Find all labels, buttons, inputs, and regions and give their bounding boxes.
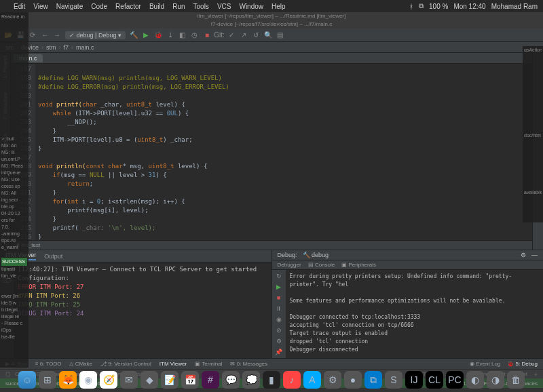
dock-launchpad[interactable]: ⊞ xyxy=(39,371,56,389)
mute-bp-icon[interactable]: ⊘ xyxy=(276,327,282,334)
debug-gutter: ↻ ▶ ■ ⏸ ◉ ⊘ ⚙ 📌 xyxy=(272,270,286,358)
stop-debug-icon[interactable]: ■ xyxy=(277,294,280,301)
code-content[interactable]: #define LOG_WARN(msg) println(msg, LOG_W… xyxy=(35,64,532,240)
dock-intellij[interactable]: IJ xyxy=(405,371,423,389)
dock-messages[interactable]: 💭 xyxy=(242,371,260,389)
stop-icon[interactable]: ■ xyxy=(203,31,211,39)
search-icon[interactable]: 🔍 xyxy=(264,31,272,39)
dock-trash[interactable]: 🗑 xyxy=(507,371,525,389)
dock-firefox[interactable]: 🦊 xyxy=(59,371,77,389)
profile-icon[interactable]: ◷ xyxy=(191,31,199,39)
dock-terminal[interactable]: ▮ xyxy=(263,371,280,389)
bc-stm[interactable]: stm xyxy=(46,44,56,51)
forward-icon[interactable]: → xyxy=(53,31,61,39)
bluetooth-icon[interactable]: ᚼ xyxy=(409,3,413,10)
dock-mail[interactable]: ✉ xyxy=(120,371,138,389)
dock-app2[interactable]: ● xyxy=(344,371,362,389)
itm-output[interactable]: [12:40:27]: ITM Viewer – Connect to TCL … xyxy=(14,262,272,358)
dock-safari[interactable]: 🧭 xyxy=(100,371,117,389)
dock-sublime[interactable]: S xyxy=(385,371,402,389)
dock-finder[interactable]: ☺ xyxy=(18,371,36,389)
code-editor[interactable]: 1971981992002012022032042052062072082092… xyxy=(11,64,532,240)
main-area: 1: Project 7: Structure 2: Favorites mai… xyxy=(0,53,543,250)
dock-pycharm[interactable]: PC xyxy=(446,371,464,389)
attach-icon[interactable]: ⤓ xyxy=(166,31,174,39)
tab-peripherals[interactable]: ▣ Peripherals xyxy=(341,262,376,268)
twb-debug[interactable]: 🐞 5: Debug xyxy=(507,361,538,367)
refresh-icon[interactable]: ⟳ xyxy=(29,31,37,39)
dock-calendar[interactable]: 📅 xyxy=(181,371,199,389)
window-title-front: f7-device [~/repos/f7/src/device/stm] – … xyxy=(0,20,543,28)
macos-dock: ☺ ⊞ 🦊 ◉ 🧭 ✉ ◆ 📝 📅 # 💬 💭 ▮ ♪ A ⚙ ● ⧉ S IJ… xyxy=(0,368,543,392)
hide-icon[interactable]: — xyxy=(531,252,538,258)
twb-vcs[interactable]: ⎇ 9: Version Control xyxy=(100,361,151,367)
menu-refactor[interactable]: Refactor xyxy=(115,3,141,10)
twb-itm[interactable]: ITM Viewer xyxy=(160,361,187,367)
tab-debugger[interactable]: Debugger xyxy=(278,262,301,268)
view-bp-icon[interactable]: ◉ xyxy=(276,316,282,323)
editor: main.c 197198199200201202203204205206207… xyxy=(11,53,532,250)
hammer-icon[interactable]: 🔨 xyxy=(130,31,138,39)
menu-run[interactable]: Run xyxy=(172,3,185,10)
menu-help[interactable]: Help xyxy=(272,3,286,10)
dock-app3[interactable]: ◐ xyxy=(466,371,484,389)
dock-appstore[interactable]: A xyxy=(303,371,321,389)
run-icon[interactable]: ▶ xyxy=(142,31,150,39)
debug-config[interactable]: 🔨 debug xyxy=(303,252,329,258)
menu-window[interactable]: Window xyxy=(239,3,263,10)
editor-tabs: main.c xyxy=(11,53,532,64)
dock-system[interactable]: ⚙ xyxy=(324,371,341,389)
user-name[interactable]: Mohamad Ram xyxy=(491,3,538,10)
git-push-icon[interactable]: ↗ xyxy=(240,31,248,39)
dock-slack[interactable]: # xyxy=(202,371,219,389)
twb-todo[interactable]: ≡ 6: TODO xyxy=(35,361,62,367)
pause-icon[interactable]: ⏸ xyxy=(276,305,282,312)
bottom-panels: ITM Viewer Output ▶ ⌦ [12:40:27]: ITM Vi… xyxy=(0,250,543,358)
menu-build[interactable]: Build xyxy=(149,3,164,10)
dock-chrome[interactable]: ◉ xyxy=(79,371,97,389)
tab-console[interactable]: ▤ Console xyxy=(308,262,335,268)
editor-footer: ⬮ itm_test xyxy=(11,240,532,250)
menu-tools[interactable]: Tools xyxy=(193,3,209,10)
dock-app4[interactable]: ◑ xyxy=(487,371,504,389)
twb-cmake[interactable]: △ CMake xyxy=(69,361,92,367)
settings-icon[interactable]: ⚙ xyxy=(276,338,282,345)
dock-app1[interactable]: ◆ xyxy=(141,371,158,389)
pin-icon[interactable]: 📌 xyxy=(275,349,282,355)
menu-navigate[interactable]: Navigate xyxy=(56,3,83,10)
bc-f7[interactable]: f7 xyxy=(64,44,69,51)
menu-view[interactable]: View xyxy=(33,3,48,10)
menu-vcs[interactable]: VCS xyxy=(217,3,231,10)
debug-header: Debug: 🔨 debug ⚙ — xyxy=(272,250,544,260)
resume-icon[interactable]: ▶ xyxy=(276,283,281,290)
back-window-right: gsAction.j doc/htm available xyxy=(523,46,543,222)
more-icon[interactable]: ▤ xyxy=(276,31,284,39)
rerun-icon[interactable]: ↻ xyxy=(276,273,282,279)
twb-messages[interactable]: ✉ 0: Messages xyxy=(230,361,267,367)
twb-terminal[interactable]: ▣ Terminal xyxy=(195,361,222,367)
dock-music[interactable]: ♪ xyxy=(283,371,301,389)
back-window-left: Readme.m > :builNG: AnNG: Illun.omt.PNG:… xyxy=(0,12,29,368)
bc-file[interactable]: main.c xyxy=(76,44,94,51)
debug-subtabs: Debugger ▤ Console ▣ Peripherals xyxy=(272,260,544,270)
dock-clion[interactable]: CL xyxy=(426,371,443,389)
tab-output[interactable]: Output xyxy=(44,253,62,260)
run-config-label: debug | Debug xyxy=(77,32,117,39)
menu-code[interactable]: Code xyxy=(91,3,107,10)
clock[interactable]: Mon 12:40 xyxy=(453,3,485,10)
gear-icon[interactable]: ⚙ xyxy=(521,252,526,258)
debug-icon[interactable]: 🐞 xyxy=(154,31,162,39)
git-update-icon[interactable]: ✓ xyxy=(227,31,236,39)
battery-status[interactable]: 100 % xyxy=(429,3,448,10)
debug-console[interactable]: Error during pretty printers setup: Unde… xyxy=(286,270,544,358)
dock-vscode[interactable]: ⧉ xyxy=(364,371,382,389)
back-icon[interactable]: ← xyxy=(41,31,49,39)
wifi-icon[interactable]: ⧉ xyxy=(419,2,424,10)
menu-edit[interactable]: Edit xyxy=(14,3,25,10)
run-config-selector[interactable]: ✓ debug | Debug ▾ xyxy=(65,31,126,39)
coverage-icon[interactable]: ◧ xyxy=(179,31,187,39)
dock-notes[interactable]: 📝 xyxy=(161,371,179,389)
dock-whatsapp[interactable]: 💬 xyxy=(222,371,240,389)
twb-eventlog[interactable]: ◉ Event Log xyxy=(470,361,500,367)
git-history-icon[interactable]: ↺ xyxy=(252,31,260,39)
